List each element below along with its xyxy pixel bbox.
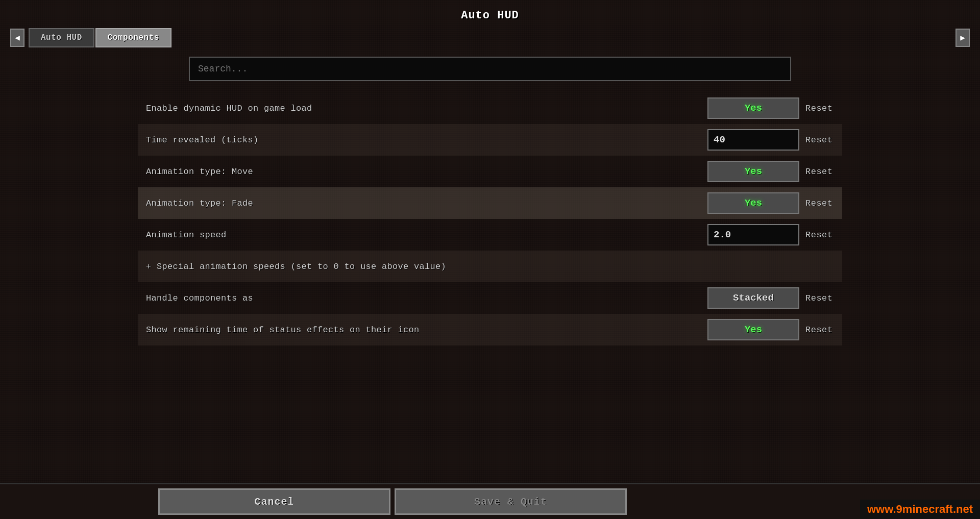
setting-row-show-remaining-time: Show remaining time of status effects on…	[138, 314, 842, 345]
setting-value-time-revealed[interactable]	[707, 129, 799, 151]
search-container	[189, 57, 791, 81]
tab-components[interactable]: Components	[95, 28, 172, 47]
settings-list: Enable dynamic HUD on game load Yes Rese…	[138, 92, 842, 345]
setting-label-animation-speed: Animation speed	[146, 230, 707, 240]
reset-btn-time-revealed[interactable]: Reset	[803, 133, 834, 147]
setting-label-animation-move: Animation type: Move	[146, 167, 707, 177]
setting-controls-show-remaining-time: Yes Reset	[707, 319, 834, 340]
setting-row-handle-components: Handle components as Stacked Reset	[138, 282, 842, 314]
setting-row-enable-dynamic-hud: Enable dynamic HUD on game load Yes Rese…	[138, 92, 842, 124]
setting-row-animation-move: Animation type: Move Yes Reset	[138, 156, 842, 187]
setting-label-show-remaining-time: Show remaining time of status effects on…	[146, 325, 707, 335]
setting-controls-enable-dynamic-hud: Yes Reset	[707, 97, 834, 119]
reset-btn-animation-move[interactable]: Reset	[803, 165, 834, 179]
tab-arrow-right[interactable]: ▶	[955, 29, 970, 47]
setting-value-animation-fade[interactable]: Yes	[707, 192, 799, 214]
reset-btn-animation-fade[interactable]: Reset	[803, 196, 834, 210]
search-input[interactable]	[189, 57, 791, 81]
setting-value-animation-move[interactable]: Yes	[707, 161, 799, 182]
setting-value-animation-speed[interactable]	[707, 224, 799, 245]
reset-btn-animation-speed[interactable]: Reset	[803, 228, 834, 242]
setting-row-animation-speed: Animation speed Reset	[138, 219, 842, 251]
tab-bar: ◀ Auto HUD Components ▶	[0, 28, 980, 47]
watermark-text: www.9minecraft.net	[867, 503, 973, 515]
reset-btn-show-remaining-time[interactable]: Reset	[803, 323, 834, 337]
setting-value-show-remaining-time[interactable]: Yes	[707, 319, 799, 340]
setting-controls-handle-components: Stacked Reset	[707, 287, 834, 309]
bottom-bar: Cancel Save & Quit www.9minecraft.net	[0, 483, 980, 519]
tabs-container: Auto HUD Components	[29, 28, 172, 47]
setting-value-enable-dynamic-hud[interactable]: Yes	[707, 97, 799, 119]
setting-row-time-revealed: Time revealed (ticks) Reset	[138, 124, 842, 156]
setting-row-special-animation[interactable]: + Special animation speeds (set to 0 to …	[138, 251, 842, 282]
setting-label-animation-fade: Animation type: Fade	[146, 199, 707, 208]
save-quit-button[interactable]: Save & Quit	[395, 488, 627, 515]
setting-controls-time-revealed: Reset	[707, 129, 834, 151]
setting-controls-animation-speed: Reset	[707, 224, 834, 245]
setting-controls-animation-move: Yes Reset	[707, 161, 834, 182]
setting-controls-animation-fade: Yes Reset	[707, 192, 834, 214]
page-title: Auto HUD	[0, 0, 980, 28]
setting-label-time-revealed: Time revealed (ticks)	[146, 135, 707, 145]
reset-btn-handle-components[interactable]: Reset	[803, 291, 834, 305]
setting-label-enable-dynamic-hud: Enable dynamic HUD on game load	[146, 104, 707, 113]
cancel-button[interactable]: Cancel	[158, 488, 390, 515]
setting-value-handle-components[interactable]: Stacked	[707, 287, 799, 309]
setting-row-animation-fade: Animation type: Fade Yes Reset	[138, 187, 842, 219]
tab-auto-hud[interactable]: Auto HUD	[29, 28, 94, 47]
setting-label-special-animation: + Special animation speeds (set to 0 to …	[146, 262, 834, 271]
tab-arrow-left[interactable]: ◀	[10, 29, 24, 47]
reset-btn-enable-dynamic-hud[interactable]: Reset	[803, 102, 834, 115]
watermark: www.9minecraft.net	[860, 500, 980, 519]
setting-label-handle-components: Handle components as	[146, 293, 707, 303]
